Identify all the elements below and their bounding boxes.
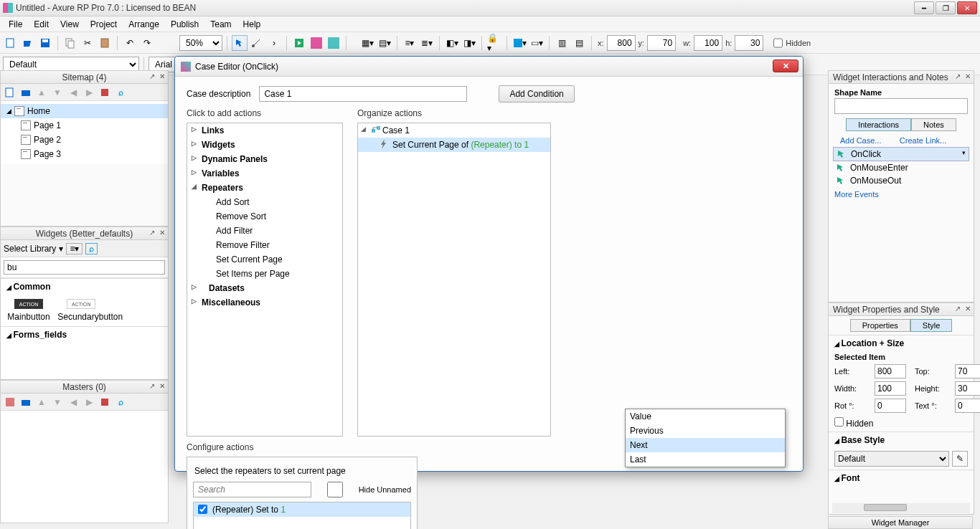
close-panel-icon[interactable]: ✕ (965, 305, 971, 313)
organize-case[interactable]: Case 1 (358, 123, 550, 138)
repeater-checkbox[interactable] (198, 505, 207, 514)
footnote-icon[interactable]: ▭▾ (529, 35, 545, 51)
close-panel-icon[interactable]: ✕ (159, 229, 165, 237)
hidden-checkbox[interactable] (834, 417, 844, 426)
connector-icon[interactable] (249, 35, 265, 51)
move-up-icon[interactable]: ▲ (35, 396, 48, 409)
popout-icon[interactable]: ↗ (149, 72, 155, 80)
section-font[interactable]: Font (829, 470, 974, 486)
create-link-link[interactable]: Create Link... (894, 133, 952, 148)
menu-view[interactable]: View (55, 18, 85, 31)
action-set-current-page[interactable]: Set Current Page (187, 252, 342, 267)
preview-icon[interactable] (291, 35, 307, 51)
library-options-icon[interactable]: ≡▾ (66, 243, 83, 254)
tab-notes[interactable]: Notes (911, 118, 956, 131)
sitemap-page[interactable]: Page 2 (1, 133, 168, 147)
close-panel-icon[interactable]: ✕ (159, 382, 165, 390)
menu-edit[interactable]: Edit (28, 18, 55, 31)
hide-unnamed-checkbox[interactable] (316, 482, 354, 497)
close-button[interactable]: ✕ (957, 1, 977, 14)
align-icon[interactable]: ≡▾ (402, 35, 418, 51)
widget-filter-input[interactable] (4, 260, 165, 275)
tab-interactions[interactable]: Interactions (846, 118, 911, 131)
action-group-datasets[interactable]: Datasets (187, 281, 342, 295)
menu-team[interactable]: Team (204, 18, 237, 31)
base-style-select[interactable]: Default (834, 451, 949, 467)
fill-icon[interactable]: ▾ (512, 35, 527, 51)
open-icon[interactable] (20, 35, 36, 51)
maximize-button[interactable]: ❐ (936, 1, 956, 14)
minimize-button[interactable]: ━ (914, 1, 934, 14)
delete-icon[interactable] (98, 396, 111, 409)
more-events-link[interactable]: More Events (829, 187, 974, 201)
top-input[interactable] (955, 364, 980, 378)
move-down-icon[interactable]: ▼ (51, 86, 64, 99)
add-condition-button[interactable]: Add Condition (499, 85, 574, 103)
section-location-size[interactable]: Location + Size (829, 335, 974, 351)
copy-icon[interactable] (62, 35, 78, 51)
section-base-style[interactable]: Base Style (829, 432, 974, 448)
menu-arrange[interactable]: Arrange (123, 18, 165, 31)
outdent-icon[interactable]: ◀ (67, 396, 80, 409)
menu-file[interactable]: File (3, 18, 28, 31)
paste-icon[interactable] (97, 35, 113, 51)
action-group-widgets[interactable]: Widgets (187, 138, 342, 152)
group-icon[interactable]: ▦▾ (359, 35, 375, 51)
lock-icon[interactable]: 🔒▾ (486, 35, 502, 51)
action-group-links[interactable]: Links (187, 123, 342, 138)
action-add-sort[interactable]: Add Sort (187, 195, 342, 209)
publish-icon[interactable] (326, 35, 341, 51)
indent-icon[interactable]: ▶ (83, 86, 95, 99)
indent-icon[interactable]: ▶ (83, 396, 95, 409)
select-mode-icon[interactable] (232, 35, 248, 51)
back-icon[interactable]: ◨▾ (461, 35, 477, 51)
action-remove-filter[interactable]: Remove Filter (187, 238, 342, 252)
close-panel-icon[interactable]: ✕ (965, 72, 971, 80)
gridv-icon[interactable]: ▥ (554, 35, 570, 51)
undo-icon[interactable]: ↶ (122, 35, 138, 51)
action-set-items-per-page[interactable]: Set Items per Page (187, 267, 342, 281)
share-icon[interactable] (308, 35, 324, 51)
widget-secundarybutton[interactable]: ACTIONSecundarybutton (56, 295, 106, 326)
select-library-dropdown[interactable]: Select Library (4, 244, 56, 254)
outdent-icon[interactable]: ◀ (67, 86, 80, 99)
sitemap-page[interactable]: Page 1 (1, 118, 168, 133)
distribute-icon[interactable]: ≣▾ (419, 35, 435, 51)
search-icon[interactable]: ⌕ (114, 396, 127, 409)
action-group-dynamic-panels[interactable]: Dynamic Panels (187, 152, 342, 166)
h-input[interactable] (735, 35, 763, 51)
x-input[interactable] (607, 35, 636, 51)
save-icon[interactable] (37, 35, 53, 51)
menu-project[interactable]: Project (85, 18, 123, 31)
text-rot-input[interactable] (955, 399, 980, 413)
cut-icon[interactable]: ✂ (80, 35, 95, 51)
delete-icon[interactable] (98, 86, 111, 99)
add-case-link[interactable]: Add Case... (834, 133, 887, 148)
option-value[interactable]: Value (626, 409, 785, 424)
popout-icon[interactable]: ↗ (955, 72, 961, 80)
dialog-close-button[interactable]: ✕ (773, 59, 798, 72)
action-remove-sort[interactable]: Remove Sort (187, 209, 342, 224)
event-onmouseenter[interactable]: OnMouseEnter (833, 161, 969, 174)
left-input[interactable] (875, 364, 906, 378)
add-master-folder-icon[interactable] (19, 396, 32, 409)
pen-icon[interactable]: › (266, 35, 282, 51)
add-master-icon[interactable] (4, 396, 17, 409)
sitemap-home[interactable]: ◢Home (1, 104, 168, 118)
width-input[interactable] (875, 381, 906, 396)
close-panel-icon[interactable]: ✕ (159, 72, 165, 80)
popout-icon[interactable]: ↗ (149, 229, 155, 237)
widgets-section-common[interactable]: Common (1, 278, 168, 295)
move-down-icon[interactable]: ▼ (51, 396, 64, 409)
front-icon[interactable]: ◧▾ (444, 35, 460, 51)
rot-input[interactable] (875, 399, 906, 413)
event-onmouseout[interactable]: OnMouseOut (833, 174, 969, 187)
tab-style[interactable]: Style (910, 319, 952, 332)
hidden-checkbox[interactable] (773, 35, 783, 51)
scrollbar[interactable] (832, 503, 970, 513)
gridh-icon[interactable]: ▤ (571, 35, 587, 51)
zoom-select[interactable]: 50% (179, 35, 222, 51)
organize-action[interactable]: Set Current Page of (Repeater) to 1 (358, 138, 550, 152)
action-group-variables[interactable]: Variables (187, 166, 342, 181)
add-folder-icon[interactable] (19, 86, 32, 99)
